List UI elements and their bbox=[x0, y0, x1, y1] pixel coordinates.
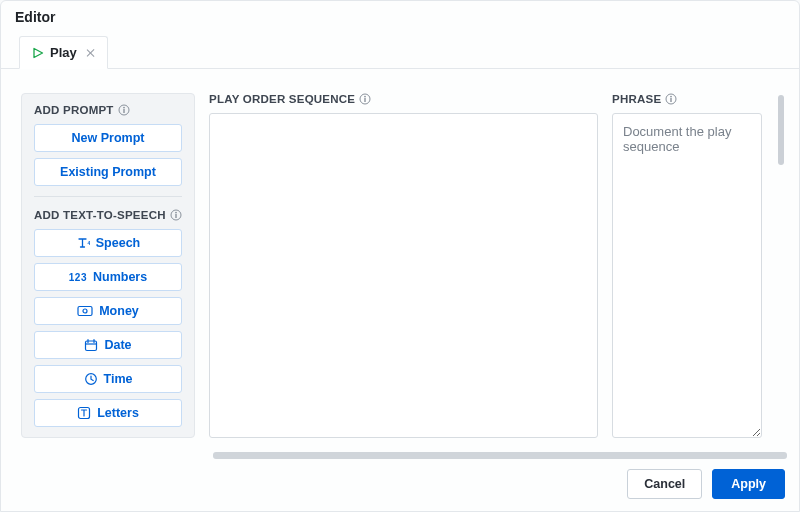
numbers-icon: 123 bbox=[69, 272, 87, 283]
tab-play[interactable]: Play bbox=[19, 36, 108, 69]
close-icon[interactable] bbox=[87, 49, 95, 57]
money-button[interactable]: Money bbox=[34, 297, 182, 325]
new-prompt-button[interactable]: New Prompt bbox=[34, 124, 182, 152]
editor-window: Editor Play ADD PROMPT New Prompt Existi… bbox=[0, 0, 800, 512]
clock-icon bbox=[84, 372, 98, 386]
svg-rect-17 bbox=[671, 98, 672, 102]
info-icon[interactable] bbox=[665, 93, 677, 105]
horizontal-scrollbar[interactable] bbox=[213, 452, 787, 459]
letters-icon bbox=[77, 406, 91, 420]
svg-point-4 bbox=[175, 212, 177, 214]
play-order-canvas[interactable] bbox=[209, 113, 598, 438]
date-button[interactable]: Date bbox=[34, 331, 182, 359]
new-prompt-label: New Prompt bbox=[72, 131, 145, 145]
money-label: Money bbox=[99, 304, 139, 318]
svg-rect-9 bbox=[86, 341, 97, 351]
apply-label: Apply bbox=[731, 477, 766, 491]
left-panel: ADD PROMPT New Prompt Existing Prompt AD… bbox=[21, 93, 195, 438]
money-icon bbox=[77, 305, 93, 317]
speech-button[interactable]: 4 Speech bbox=[34, 229, 182, 257]
svg-rect-2 bbox=[123, 109, 124, 113]
apply-button[interactable]: Apply bbox=[712, 469, 785, 499]
phrase-column: PHRASE bbox=[612, 93, 762, 438]
svg-point-16 bbox=[670, 96, 672, 98]
workspace: ADD PROMPT New Prompt Existing Prompt AD… bbox=[1, 69, 799, 446]
phrase-textarea[interactable] bbox=[612, 113, 762, 438]
numbers-label: Numbers bbox=[93, 270, 147, 284]
cancel-label: Cancel bbox=[644, 477, 685, 491]
calendar-icon bbox=[84, 338, 98, 352]
existing-prompt-label: Existing Prompt bbox=[60, 165, 156, 179]
play-icon bbox=[32, 47, 44, 59]
svg-rect-5 bbox=[175, 214, 176, 218]
svg-point-13 bbox=[364, 96, 366, 98]
svg-rect-14 bbox=[365, 98, 366, 102]
speech-label: Speech bbox=[96, 236, 140, 250]
time-label: Time bbox=[104, 372, 133, 386]
date-label: Date bbox=[104, 338, 131, 352]
info-icon[interactable] bbox=[359, 93, 371, 105]
tab-label: Play bbox=[50, 45, 77, 60]
svg-point-8 bbox=[83, 309, 87, 313]
footer-actions: Cancel Apply bbox=[1, 459, 799, 511]
letters-label: Letters bbox=[97, 406, 139, 420]
existing-prompt-button[interactable]: Existing Prompt bbox=[34, 158, 182, 186]
page-title: Editor bbox=[1, 1, 799, 36]
letters-button[interactable]: Letters bbox=[34, 399, 182, 427]
sequence-title: PLAY ORDER SEQUENCE bbox=[209, 93, 598, 105]
speech-icon: 4 bbox=[76, 236, 90, 250]
svg-point-1 bbox=[123, 107, 125, 109]
info-icon[interactable] bbox=[170, 209, 182, 221]
time-button[interactable]: Time bbox=[34, 365, 182, 393]
vertical-scrollbar[interactable] bbox=[776, 93, 785, 438]
sequence-column: PLAY ORDER SEQUENCE bbox=[209, 93, 598, 438]
numbers-button[interactable]: 123 Numbers bbox=[34, 263, 182, 291]
svg-text:4: 4 bbox=[87, 240, 90, 246]
panel-divider bbox=[34, 196, 182, 197]
phrase-title: PHRASE bbox=[612, 93, 762, 105]
info-icon[interactable] bbox=[118, 104, 130, 116]
tab-bar: Play bbox=[1, 36, 799, 69]
add-prompt-title: ADD PROMPT bbox=[34, 104, 182, 116]
add-tts-title: ADD TEXT-TO-SPEECH bbox=[34, 209, 182, 221]
cancel-button[interactable]: Cancel bbox=[627, 469, 702, 499]
svg-rect-7 bbox=[78, 307, 92, 316]
scrollbar-thumb[interactable] bbox=[778, 95, 784, 165]
